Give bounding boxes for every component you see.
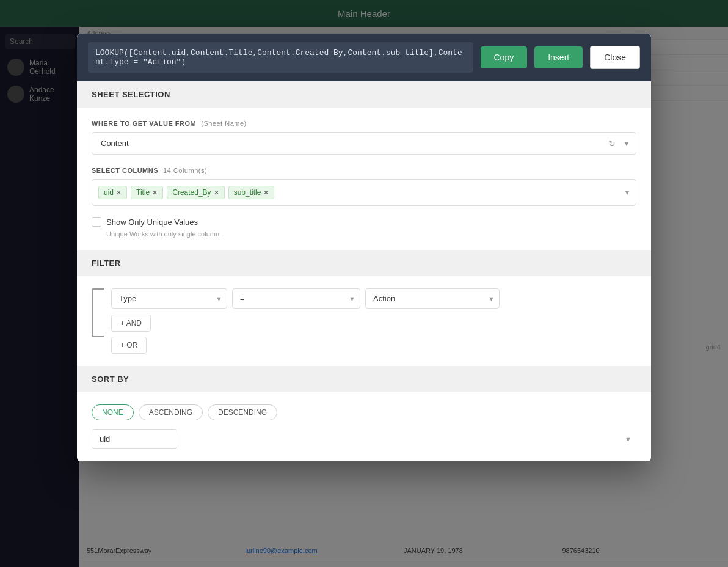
or-button[interactable]: + OR xyxy=(111,337,147,354)
filter-add-row: + AND xyxy=(111,315,636,332)
filter-conditions-area: Type uid Title Created_By sub_title ▼ xyxy=(104,288,636,354)
filter-field-select[interactable]: Type uid Title Created_By sub_title xyxy=(111,288,227,309)
filter-condition-0: Type uid Title Created_By sub_title ▼ xyxy=(111,288,636,309)
filter-val-wrap: Action Article Event Page ▼ xyxy=(365,288,500,309)
filter-bracket xyxy=(92,288,104,337)
sheet-select[interactable]: Content Users Actions xyxy=(92,132,636,155)
filter-op-select[interactable]: = != contains xyxy=(232,288,360,309)
filter-val-select[interactable]: Action Article Event Page xyxy=(365,288,500,309)
modal-dialog: LOOKUP([Content.uid,Content.Title,Conten… xyxy=(77,34,651,461)
copy-button[interactable]: Copy xyxy=(481,46,528,68)
tag-sub-title: sub_title ✕ xyxy=(228,186,275,199)
filter-op-wrap: = != contains ▼ xyxy=(232,288,360,309)
close-button[interactable]: Close xyxy=(590,46,640,69)
sort-ascending-button[interactable]: ASCENDING xyxy=(139,404,203,420)
tags-dropdown-arrow[interactable]: ▼ xyxy=(624,188,631,197)
tag-uid-remove[interactable]: ✕ xyxy=(116,189,122,196)
tag-created-by-remove[interactable]: ✕ xyxy=(214,189,219,196)
sort-col-arrow: ▼ xyxy=(625,436,632,443)
formula-bar: LOOKUP([Content.uid,Content.Title,Conten… xyxy=(77,34,651,81)
refresh-icon[interactable]: ↻ xyxy=(608,139,616,148)
sort-column-select-wrap: uid Title Created_By sub_title Type ▼ xyxy=(92,429,636,449)
modal-body: SHEET SELECTION WHERE TO GET VALUE FROM … xyxy=(77,81,651,461)
tag-uid: uid ✕ xyxy=(98,186,127,199)
filter-field-wrap: Type uid Title Created_By sub_title ▼ xyxy=(111,288,227,309)
sheet-select-wrapper: Content Users Actions ↻ ▼ xyxy=(92,132,636,155)
tag-sub-title-remove[interactable]: ✕ xyxy=(263,189,269,196)
unique-helper: Unique Works with only single column. xyxy=(106,230,636,238)
tag-title: Title ✕ xyxy=(131,186,163,199)
insert-button[interactable]: Insert xyxy=(534,46,583,68)
unique-checkbox[interactable] xyxy=(92,217,101,227)
filter-content: Type uid Title Created_By sub_title ▼ xyxy=(77,276,651,366)
modal-overlay: LOOKUP([Content.uid,Content.Title,Conten… xyxy=(0,0,728,567)
and-button[interactable]: + AND xyxy=(111,315,151,332)
sort-column-select[interactable]: uid Title Created_By sub_title Type xyxy=(92,429,177,449)
columns-tags-container[interactable]: uid ✕ Title ✕ Created_By ✕ sub_title ✕ xyxy=(92,179,636,206)
filter-bracket-row: Type uid Title Created_By sub_title ▼ xyxy=(92,288,636,354)
filter-or-row: + OR xyxy=(111,337,636,354)
sort-none-button[interactable]: NONE xyxy=(92,404,134,420)
unique-values-row: Show Only Unique Values xyxy=(92,217,636,227)
unique-label: Show Only Unique Values xyxy=(106,218,198,227)
columns-count: 14 Column(s) xyxy=(163,167,207,174)
tag-created-by: Created_By ✕ xyxy=(167,186,224,199)
sheet-selection-header: SHEET SELECTION xyxy=(77,81,651,108)
tag-title-remove[interactable]: ✕ xyxy=(152,189,158,196)
sort-by-header: SORT BY xyxy=(77,366,651,392)
sheet-selection-content: WHERE TO GET VALUE FROM (Sheet Name) Con… xyxy=(77,108,651,250)
where-label: WHERE TO GET VALUE FROM (Sheet Name) xyxy=(92,120,636,127)
where-sub: (Sheet Name) xyxy=(201,120,246,127)
filter-header: FILTER xyxy=(77,250,651,276)
sort-by-content: NONE ASCENDING DESCENDING uid Title Crea… xyxy=(77,392,651,461)
columns-label: SELECT COLUMNS 14 Column(s) xyxy=(92,167,636,174)
sort-options: NONE ASCENDING DESCENDING xyxy=(92,404,636,420)
formula-input[interactable]: LOOKUP([Content.uid,Content.Title,Conten… xyxy=(88,42,473,73)
sort-descending-button[interactable]: DESCENDING xyxy=(208,404,277,420)
